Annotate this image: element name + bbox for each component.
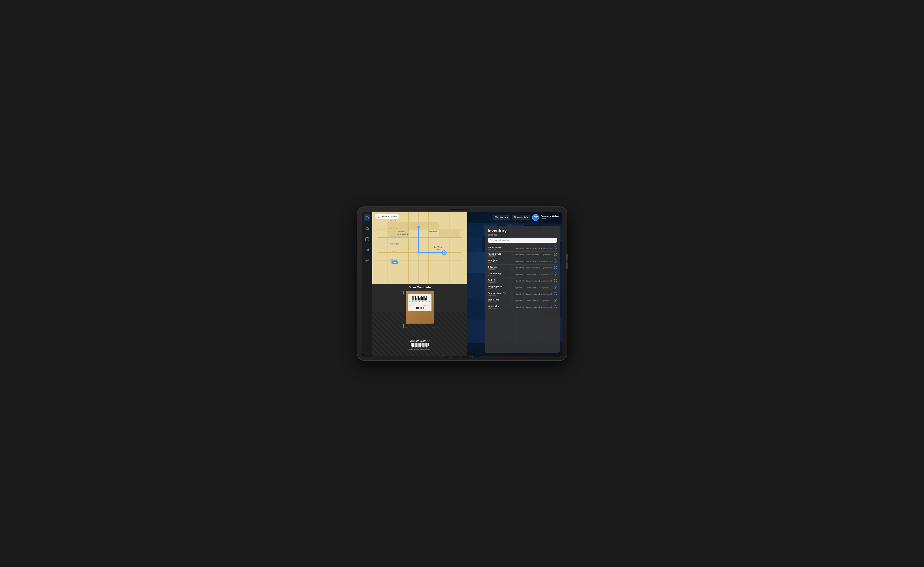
docs-filter-label: Documents bbox=[514, 216, 526, 219]
item-info: Packing Tape 09/10/2024 bbox=[488, 253, 509, 257]
inventory-item[interactable]: T-Bar (2ct) 09/10/2024 Quantity: 85 | Cu… bbox=[488, 265, 557, 271]
item-details: Quantity: 85 | Current Inventory: 2 | Ad… bbox=[510, 261, 552, 262]
inventory-item[interactable]: 6 Port T-Valve 09/10/2024 Quantity: 85 |… bbox=[488, 245, 557, 252]
svg-point-101 bbox=[554, 299, 557, 302]
inventory-panel: Inventory 09/02/2024 6 Port T-Valve 09/1… bbox=[485, 226, 560, 353]
week-filter-select[interactable]: This Week ▾ bbox=[493, 215, 510, 220]
indicator-dots bbox=[470, 208, 474, 210]
scan-corner-bl bbox=[404, 324, 407, 328]
item-info: Bolt - 2d 09/10/2024 bbox=[488, 279, 509, 283]
item-date: 09/10/2024 bbox=[488, 281, 509, 283]
header-bar: This Week ▾ Documents ▾ DW Dominick Walk… bbox=[467, 212, 562, 223]
inventory-item[interactable]: Bolt - 2d 09/10/2024 Quantity: 85 | Curr… bbox=[488, 278, 557, 284]
user-role: Admin bbox=[540, 218, 559, 220]
svg-rect-45 bbox=[450, 230, 459, 237]
item-check-icon bbox=[554, 246, 557, 250]
inventory-item[interactable]: I-Bar (2ct) 09/10/2024 Quantity: 85 | Cu… bbox=[488, 258, 557, 265]
item-check-icon bbox=[554, 305, 557, 309]
search-box[interactable] bbox=[488, 238, 557, 243]
svg-rect-58 bbox=[467, 237, 482, 252]
map-section: ROY ST MERCER ST REPUBLICAN ST THOMAS ST… bbox=[372, 212, 467, 284]
dot-1 bbox=[470, 208, 472, 210]
item-details: Quantity: 85 | Current Inventory: 2 | Ad… bbox=[510, 306, 552, 308]
side-btn-2[interactable] bbox=[566, 262, 568, 269]
item-info: C-25 Bearing 09/10/2024 bbox=[488, 272, 509, 276]
item-check-icon bbox=[554, 292, 557, 296]
item-check-icon bbox=[554, 253, 557, 257]
side-btn-1[interactable] bbox=[566, 254, 568, 261]
svg-point-53 bbox=[378, 216, 379, 217]
search-input[interactable] bbox=[493, 239, 555, 242]
item-info: Doorway Scan (2ct) 09/10/2024 bbox=[488, 292, 509, 296]
svg-line-92 bbox=[491, 241, 492, 241]
sidebar-icon-settings[interactable] bbox=[364, 257, 370, 264]
inventory-list: 6 Port T-Valve 09/10/2024 Quantity: 85 |… bbox=[488, 245, 557, 310]
scan-frame bbox=[404, 291, 436, 328]
item-date: 09/10/2024 bbox=[488, 308, 509, 309]
svg-text:DENNY WAY: DENNY WAY bbox=[390, 258, 399, 260]
side-buttons bbox=[566, 254, 568, 269]
item-check-icon bbox=[554, 279, 557, 283]
map-label: Delivery Tracker bbox=[375, 214, 399, 219]
inventory-item[interactable]: Shipping Rack 09/10/2024 Quantity: 85 | … bbox=[488, 284, 557, 291]
barcode-num-bottom: 0123456789 0123456789 bbox=[409, 348, 430, 350]
item-name: C-25 Bearing bbox=[488, 272, 509, 275]
barcode-large bbox=[411, 343, 429, 348]
inventory-item[interactable]: 6139-1 Pipe 09/10/2024 Quantity: 85 | Cu… bbox=[488, 297, 557, 304]
item-details: Quantity: 85 | Current Inventory: 2 | Ad… bbox=[510, 293, 552, 295]
svg-point-30 bbox=[443, 252, 445, 254]
item-date: 09/10/2024 bbox=[488, 275, 509, 276]
sidebar-icon-circle[interactable] bbox=[364, 214, 370, 221]
svg-rect-38 bbox=[398, 222, 408, 230]
tablet-top-bar bbox=[450, 208, 474, 211]
inventory-item[interactable]: Packing Tape 09/10/2024 Quantity: 85 | C… bbox=[488, 252, 557, 258]
item-name: 6 Port T-Valve bbox=[488, 246, 509, 249]
barcode-bottom-area: 0123456789 0123456789 bbox=[409, 343, 430, 350]
item-name: Doorway Scan (2ct) bbox=[488, 292, 509, 294]
svg-rect-44 bbox=[439, 230, 449, 237]
svg-rect-40 bbox=[418, 222, 429, 230]
week-filter-label: This Week bbox=[495, 216, 506, 219]
docs-filter-select[interactable]: Documents ▾ bbox=[512, 215, 530, 220]
user-info: Dominick Walker Admin bbox=[540, 215, 559, 220]
svg-point-96 bbox=[554, 266, 557, 269]
svg-text:HILL: HILL bbox=[436, 249, 440, 250]
sidebar-icon-home[interactable] bbox=[364, 225, 370, 232]
item-name: I-Bar (2ct) bbox=[488, 259, 509, 262]
inventory-title: Inventory bbox=[488, 228, 557, 233]
item-check-icon bbox=[554, 285, 557, 290]
svg-text:LAKE UNION: LAKE UNION bbox=[397, 233, 408, 235]
item-details: Quantity: 85 | Current Inventory: 2 | Ad… bbox=[510, 300, 552, 302]
inventory-item[interactable]: Doorway Scan (2ct) 09/10/2024 Quantity: … bbox=[488, 291, 557, 297]
scan-corner-tr bbox=[432, 291, 436, 294]
item-info: 6139-1 Pipe 09/10/2024 bbox=[488, 305, 509, 309]
sidebar-icon-chart[interactable] bbox=[364, 247, 370, 253]
item-name: Packing Tape bbox=[488, 253, 509, 255]
item-info: I-Bar (2ct) 09/10/2024 bbox=[488, 259, 509, 263]
item-check-icon bbox=[554, 266, 557, 270]
front-camera bbox=[466, 208, 468, 211]
svg-text:THOMAS ST: THOMAS ST bbox=[390, 243, 399, 244]
item-date: 09/10/2024 bbox=[488, 262, 509, 263]
svg-point-95 bbox=[554, 260, 557, 262]
svg-point-98 bbox=[554, 279, 557, 282]
svg-point-94 bbox=[554, 253, 557, 256]
item-name: 6139-1 Pipe bbox=[488, 305, 509, 308]
svg-text:REPUBLIC: REPUBLIC bbox=[429, 231, 438, 232]
sidebar-icon-add[interactable] bbox=[364, 236, 370, 243]
item-details: Quantity: 85 | Current Inventory: 2 | Ad… bbox=[510, 274, 552, 275]
package-id: NHH-9633 8262 12 bbox=[410, 340, 430, 343]
item-details: Quantity: 85 | Current Inventory: 2 | Ad… bbox=[510, 280, 552, 282]
inventory-item[interactable]: 6139-1 Pipe 09/10/2024 Quantity: 85 | Cu… bbox=[488, 304, 557, 310]
inventory-item[interactable]: C-25 Bearing 09/10/2024 Quantity: 85 | C… bbox=[488, 271, 557, 278]
item-date: 09/10/2024 bbox=[488, 301, 509, 303]
item-info: 6 Port T-Valve 09/10/2024 bbox=[488, 246, 509, 250]
svg-rect-41 bbox=[429, 222, 439, 230]
scan-title: Scan Complete bbox=[409, 285, 431, 289]
svg-point-93 bbox=[554, 246, 557, 249]
item-info: T-Bar (2ct) 09/10/2024 bbox=[488, 266, 509, 270]
item-details: Quantity: 85 | Current Inventory: 2 | Ad… bbox=[510, 286, 552, 288]
docs-filter-chevron: ▾ bbox=[527, 216, 528, 219]
right-panel: This Week ▾ Documents ▾ DW Dominick Walk… bbox=[467, 212, 562, 356]
item-check-icon bbox=[554, 272, 557, 276]
